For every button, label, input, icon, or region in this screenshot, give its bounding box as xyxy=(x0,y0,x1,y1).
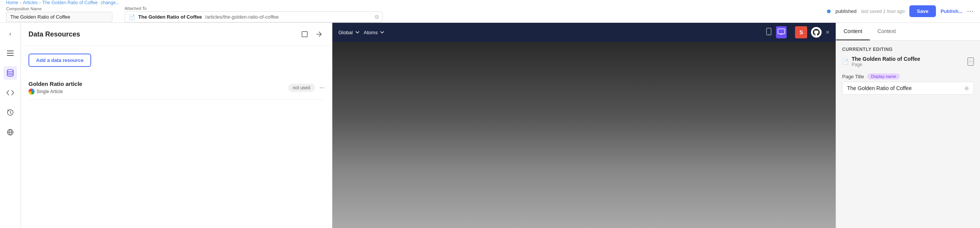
editing-item-name: The Golden Ratio of Coffee xyxy=(852,56,964,62)
resource-type-label: Single Article xyxy=(37,89,63,94)
main-layout: ‹ xyxy=(0,23,980,228)
status-text: published xyxy=(835,8,857,14)
copy-icon[interactable]: ⧉ xyxy=(375,14,379,20)
global-dropdown[interactable]: Global xyxy=(339,30,360,35)
page-title-label: Page Title xyxy=(842,74,864,80)
resource-name: Golden Ratio article xyxy=(29,81,288,87)
page-title-value-row[interactable]: The Golden Ratio of Coffee ⊕ xyxy=(842,82,974,95)
preview-content xyxy=(332,42,836,228)
right-panel-body: Currently Editing 📄 The Golden Ratio of … xyxy=(836,41,980,228)
right-panel-tabs: Content Context xyxy=(836,23,980,41)
sidebar-code-icon[interactable] xyxy=(3,86,17,100)
attached-url: /articles/the-golden-ratio-of-coffee xyxy=(205,14,372,20)
mobile-preview-button[interactable] xyxy=(765,26,773,38)
sidebar-hamburger-icon[interactable] xyxy=(3,46,17,60)
panel-body: Add a data resource Golden Ratio article… xyxy=(21,46,332,228)
svg-rect-0 xyxy=(7,51,14,51)
field-link-icon: ⊕ xyxy=(964,85,969,91)
comp-name-input[interactable] xyxy=(6,12,113,22)
attached-page-name: The Golden Ratio of Coffee xyxy=(138,14,202,20)
breadcrumb-area: Home › Articles › The Golden Ratio of Co… xyxy=(6,0,827,22)
display-name-badge: Display name xyxy=(867,73,900,80)
svg-rect-1 xyxy=(7,53,14,54)
breadcrumb: Home › Articles › The Golden Ratio of Co… xyxy=(6,0,827,5)
breadcrumb-page[interactable]: The Golden Ratio of Coffee xyxy=(42,0,98,5)
more-options-button[interactable]: ··· xyxy=(967,7,974,15)
editing-item-type: Page xyxy=(852,62,964,67)
breadcrumb-home[interactable]: Home xyxy=(6,0,18,5)
atoms-dropdown[interactable]: Atoms xyxy=(364,30,384,35)
top-bar-right: published last saved 1 hour ago Save Pub… xyxy=(827,5,974,17)
preview-image xyxy=(332,42,836,228)
preview-device-icons xyxy=(765,26,787,38)
currently-editing-label: Currently Editing xyxy=(842,47,974,52)
right-panel: Content Context Currently Editing 📄 The … xyxy=(836,23,980,228)
comp-name-row: Composition Name Attached To 📄 The Golde… xyxy=(6,6,827,22)
svg-point-10 xyxy=(768,34,769,35)
breadcrumb-sep1: › xyxy=(20,0,21,5)
preview-toolbar: Global Atoms xyxy=(332,23,836,42)
preview-close-button[interactable]: × xyxy=(826,29,830,37)
breadcrumb-sep2: › xyxy=(39,0,41,5)
panel-close-button[interactable] xyxy=(314,29,325,40)
tab-context[interactable]: Context xyxy=(870,23,903,40)
editing-item-info: The Golden Ratio of Coffee Page xyxy=(852,56,964,67)
colorful-icon xyxy=(29,89,35,95)
preview-area: Global Atoms xyxy=(332,23,836,228)
left-sidebar: ‹ xyxy=(0,23,21,228)
breadcrumb-change[interactable]: change... xyxy=(101,0,119,5)
data-resources-panel: Data Resources Add a data resource Gol xyxy=(21,23,332,228)
svg-point-3 xyxy=(7,70,13,72)
page-title-label-row: Page Title Display name xyxy=(842,73,974,80)
sidebar-globe-icon[interactable] xyxy=(3,125,17,139)
publish-button[interactable]: Publish... xyxy=(940,8,963,14)
comp-name-section: Composition Name xyxy=(6,6,113,22)
status-dot xyxy=(827,10,831,13)
page-title-field: Page Title Display name The Golden Ratio… xyxy=(842,73,974,95)
editing-item-icon: 📄 xyxy=(842,59,849,65)
github-icon xyxy=(811,27,822,38)
resource-more-button[interactable]: ··· xyxy=(320,85,325,91)
panel-header: Data Resources xyxy=(21,23,332,46)
editing-item-more-button[interactable]: ··· xyxy=(967,57,974,66)
tab-content[interactable]: Content xyxy=(836,23,870,40)
sidebar-history-icon[interactable] xyxy=(3,106,17,119)
save-button[interactable]: Save xyxy=(909,5,936,17)
not-used-badge: not used xyxy=(288,84,315,92)
panel-title: Data Resources xyxy=(29,30,296,38)
sidebar-back-button[interactable]: ‹ xyxy=(6,27,14,40)
resource-item: Golden Ratio article Single Article not … xyxy=(29,76,325,100)
storybook-icon: S xyxy=(795,26,807,38)
attached-section: Attached To 📄 The Golden Ratio of Coffee… xyxy=(124,6,383,22)
sidebar-database-icon[interactable] xyxy=(3,66,17,80)
resource-info: Golden Ratio article Single Article xyxy=(29,81,288,95)
svg-rect-2 xyxy=(7,55,14,56)
editing-item: 📄 The Golden Ratio of Coffee Page ··· xyxy=(842,56,974,67)
attached-label: Attached To xyxy=(124,6,383,11)
last-saved: last saved 1 hour ago xyxy=(861,9,905,14)
page-icon: 📄 xyxy=(129,14,135,20)
panel-header-icons xyxy=(299,29,325,40)
top-bar: Home › Articles › The Golden Ratio of Co… xyxy=(0,0,980,23)
page-title-value: The Golden Ratio of Coffee xyxy=(847,85,961,91)
resource-type: Single Article xyxy=(29,89,288,95)
svg-rect-8 xyxy=(302,32,307,37)
comp-name-label: Composition Name xyxy=(6,6,113,11)
attached-row: 📄 The Golden Ratio of Coffee /articles/t… xyxy=(124,11,383,22)
svg-rect-11 xyxy=(778,29,785,34)
panel-expand-button[interactable] xyxy=(299,29,310,40)
breadcrumb-articles[interactable]: Articles xyxy=(23,0,38,5)
add-resource-button[interactable]: Add a data resource xyxy=(29,54,91,67)
desktop-preview-button[interactable] xyxy=(776,26,787,38)
